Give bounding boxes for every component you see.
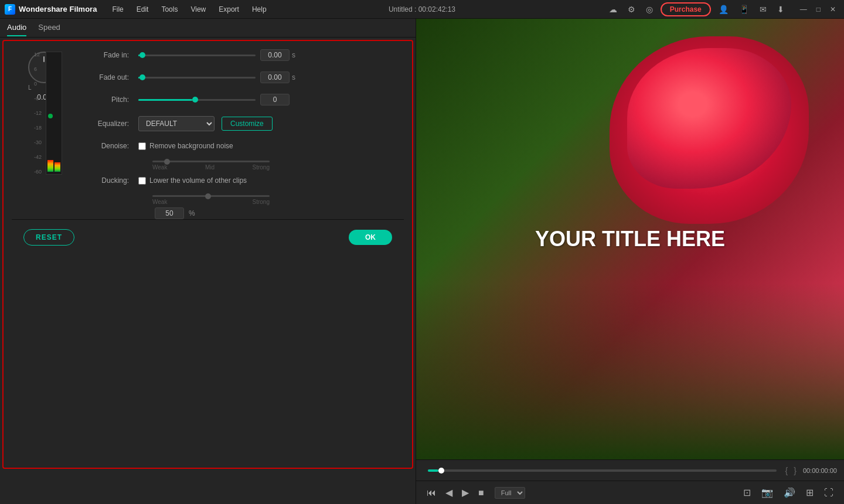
- support-icon[interactable]: ◎: [643, 4, 656, 15]
- ducking-unit: %: [189, 209, 195, 217]
- snapshot-btn[interactable]: ⊡: [740, 486, 754, 499]
- menu-view[interactable]: View: [185, 3, 212, 16]
- ok-button[interactable]: OK: [349, 230, 392, 245]
- play-back-button[interactable]: ◀: [442, 486, 456, 499]
- fade-out-value[interactable]: 0.00: [260, 71, 290, 83]
- ducking-row: Ducking: Lower the volume of other clips: [82, 176, 404, 185]
- tab-speed[interactable]: Speed: [38, 19, 60, 36]
- fit-btn[interactable]: ⊞: [802, 486, 817, 499]
- main-content: Audio Speed L R 0.00 12 6 0 -6 -12 -: [0, 19, 844, 504]
- menu-bar: File Edit Tools View Export Help: [106, 3, 605, 16]
- ducking-value-row: 50 %: [150, 207, 404, 219]
- panel-tabs: Audio Speed: [0, 19, 416, 38]
- pitch-value[interactable]: 0: [260, 94, 290, 105]
- denoise-slider[interactable]: [152, 161, 270, 162]
- ducking-slider-row: Weak Strong: [152, 195, 404, 205]
- preview-rose: [610, 36, 809, 224]
- denoise-thumb[interactable]: [164, 159, 170, 165]
- menu-export[interactable]: Export: [213, 3, 245, 16]
- camera-btn[interactable]: 📷: [758, 486, 777, 499]
- ducking-slider[interactable]: [152, 195, 270, 197]
- ducking-strong: Strong: [253, 199, 270, 205]
- play-button[interactable]: ▶: [458, 486, 472, 499]
- prev-frame-button[interactable]: ⏮: [423, 486, 440, 499]
- knob-left-label: L: [28, 84, 32, 91]
- fade-out-thumb[interactable]: [139, 74, 145, 80]
- vu-label-6: 6: [34, 66, 42, 72]
- fade-out-slider[interactable]: [138, 77, 256, 79]
- preview-greenery: [416, 283, 844, 459]
- download-icon[interactable]: ⬇: [774, 4, 787, 15]
- ducking-weak: Weak: [152, 199, 167, 205]
- transport-bar: { } 00:00:00:00: [416, 459, 844, 481]
- ducking-thumb[interactable]: [205, 193, 211, 199]
- vu-labels: 12 6 0 -6 -12 -18 -30 -42 -60: [34, 52, 42, 175]
- playback-controls: ⏮ ◀ ▶ ■ Full ⊡ 📷 🔊 ⊞ ⛶: [416, 481, 844, 504]
- pitch-slider[interactable]: [138, 99, 256, 101]
- vu-label-neg6: -6: [34, 96, 42, 101]
- ducking-labels: Weak Strong: [152, 199, 270, 205]
- stop-button[interactable]: ■: [475, 486, 488, 499]
- bracket-left: {: [784, 466, 790, 475]
- fade-in-thumb[interactable]: [139, 52, 145, 58]
- denoise-slider-row: Weak Mid Strong: [152, 161, 404, 171]
- ducking-checkbox[interactable]: [138, 177, 146, 185]
- vu-bars: [47, 55, 60, 172]
- right-panel: YOUR TITLE HERE { } 00:00:00:00 ⏮ ◀ ▶ ■ …: [416, 19, 844, 504]
- preview-area: YOUR TITLE HERE: [416, 19, 844, 459]
- menu-tools[interactable]: Tools: [155, 3, 183, 16]
- purchase-button[interactable]: Purchase: [661, 2, 711, 16]
- left-panel: Audio Speed L R 0.00 12 6 0 -6 -12 -: [0, 19, 416, 504]
- cloud-icon[interactable]: ☁: [606, 4, 620, 15]
- vu-label-neg12: -12: [34, 110, 42, 116]
- menu-file[interactable]: File: [106, 3, 129, 16]
- window-title: Untitled : 00:02:42:13: [389, 5, 455, 13]
- mail-icon[interactable]: ✉: [757, 4, 770, 15]
- phone-icon[interactable]: 📱: [736, 4, 752, 15]
- tab-audio[interactable]: Audio: [7, 19, 26, 36]
- preview-right-controls: ⊡ 📷 🔊 ⊞ ⛶: [740, 486, 837, 499]
- panel-bottom: RESET OK: [12, 219, 404, 254]
- fade-in-unit: s: [292, 51, 295, 59]
- window-controls: — □ ✕: [797, 4, 839, 15]
- pitch-thumb[interactable]: [192, 97, 198, 103]
- denoise-checkbox[interactable]: [138, 142, 146, 150]
- fade-in-slider[interactable]: [138, 55, 256, 56]
- transport-thumb[interactable]: [438, 468, 444, 474]
- preview-image: YOUR TITLE HERE: [416, 19, 844, 459]
- transport-progress[interactable]: [428, 469, 777, 472]
- denoise-checkbox-label[interactable]: Remove background noise: [138, 142, 233, 150]
- vu-label-neg60: -60: [34, 169, 42, 175]
- reset-button[interactable]: RESET: [23, 229, 74, 246]
- denoise-labels: Weak Mid Strong: [152, 164, 270, 171]
- denoise-text: Remove background noise: [149, 142, 233, 150]
- fade-in-label: Fade in:: [82, 51, 129, 59]
- pitch-label: Pitch:: [82, 96, 129, 104]
- customize-button[interactable]: Customize: [222, 117, 273, 131]
- denoise-weak: Weak: [152, 164, 167, 171]
- maximize-button[interactable]: □: [813, 4, 824, 15]
- account-icon[interactable]: 👤: [716, 4, 731, 15]
- bracket-right: }: [792, 466, 798, 475]
- vu-bar-left: [47, 160, 53, 172]
- volume-btn[interactable]: 🔊: [780, 486, 799, 499]
- ducking-checkbox-label[interactable]: Lower the volume of other clips: [138, 176, 247, 185]
- menu-help[interactable]: Help: [246, 3, 273, 16]
- denoise-strong: Strong: [253, 164, 270, 171]
- fade-out-label: Fade out:: [82, 73, 129, 81]
- audio-panel: L R 0.00 12 6 0 -6 -12 -18 -30 -42 -60: [0, 38, 416, 504]
- ducking-value[interactable]: 50: [155, 207, 184, 219]
- minimize-button[interactable]: —: [797, 4, 811, 15]
- logo-icon: F: [5, 4, 15, 15]
- quality-select[interactable]: Full: [495, 487, 525, 499]
- close-button[interactable]: ✕: [826, 4, 839, 15]
- settings-icon[interactable]: ⚙: [625, 4, 638, 15]
- fullscreen-btn[interactable]: ⛶: [821, 486, 837, 499]
- vu-bar-right: [55, 162, 60, 172]
- menu-edit[interactable]: Edit: [131, 3, 155, 16]
- title-right-controls: ☁ ⚙ ◎ Purchase 👤 📱 ✉ ⬇ — □ ✕: [606, 2, 839, 16]
- equalizer-select[interactable]: DEFAULT: [138, 116, 215, 131]
- vu-label-neg42: -42: [34, 154, 42, 160]
- fade-in-value[interactable]: 0.00: [260, 49, 290, 61]
- vu-label-12: 12: [34, 52, 42, 57]
